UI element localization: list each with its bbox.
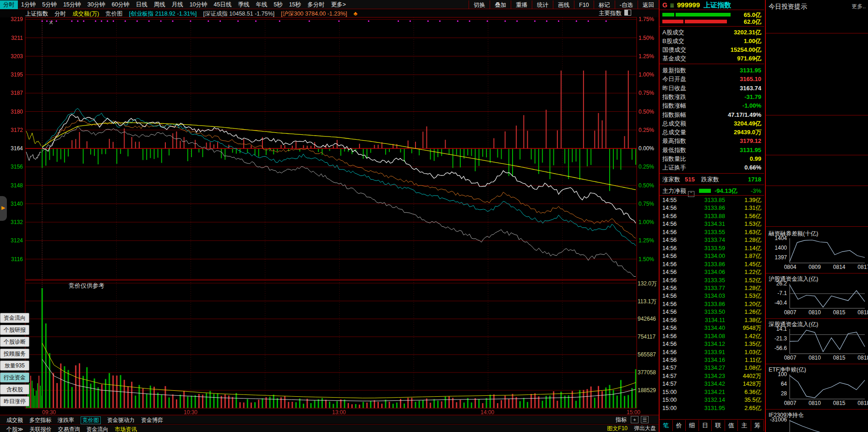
indicator-label[interactable]: 指标 xyxy=(616,416,627,424)
mini-chart-line xyxy=(790,285,865,307)
bottom2-tab-0[interactable]: 个股≫ xyxy=(6,426,23,432)
bottom2-tab-2[interactable]: 交易查询 xyxy=(58,426,80,432)
downtick-bar xyxy=(635,149,636,165)
flow-bar xyxy=(699,189,711,193)
downtick-bar xyxy=(490,149,491,163)
bottom2-right-0[interactable]: 图文F10 xyxy=(607,425,628,432)
bottom-icon-menu[interactable]: ☰ xyxy=(641,416,649,423)
downtick-bar xyxy=(105,149,106,154)
panel-collapse-handle[interactable]: ▶ xyxy=(0,196,7,221)
main-flow-row: 主力净额≡-94.13亿-3% xyxy=(662,186,761,195)
quote-tab-主[interactable]: 主 xyxy=(738,420,751,431)
downtick-bar xyxy=(363,149,364,159)
info-dot xyxy=(534,20,535,22)
tick-price: 3133.88 xyxy=(691,213,725,220)
sidebar-button-0[interactable]: 资金流向 xyxy=(0,313,29,323)
pct-tick: 0.25% xyxy=(639,164,658,170)
mini-chart-4: IF2309净持仓-31006 xyxy=(766,410,868,432)
sidebar-button-1[interactable]: 个股研报 xyxy=(0,325,29,335)
downtick-bar xyxy=(501,149,502,159)
tick-row: 14:563134.409548万 xyxy=(662,324,761,332)
quote-tab-价[interactable]: 价 xyxy=(673,420,686,431)
more-link[interactable]: 更多.. xyxy=(852,2,866,11)
szcomp-line xyxy=(42,127,636,277)
volume-bar xyxy=(411,398,412,408)
mini-xtick: 0815 xyxy=(831,309,847,316)
volume-bar xyxy=(419,401,420,408)
quote-tab-日[interactable]: 日 xyxy=(699,420,712,431)
downtick-bar xyxy=(68,149,69,157)
quote-tab-细[interactable]: 细 xyxy=(686,420,699,431)
auction-volume-bar xyxy=(38,376,39,408)
bottom-tab-4[interactable]: 资金驱动力 xyxy=(107,416,135,424)
quote-tab-筹[interactable]: 筹 xyxy=(751,420,764,431)
quote-tab-笔[interactable]: 笔 xyxy=(660,420,673,431)
buy-volume-bar-seg xyxy=(662,13,674,16)
volume-bar xyxy=(288,402,289,408)
stat-row: 上证换手0.66% xyxy=(662,163,761,172)
tick-time: 14:55 xyxy=(662,197,677,203)
uptick-bar xyxy=(135,142,136,148)
quote-header: G≣999999上证指数 xyxy=(662,0,731,9)
sidebar-button-6[interactable]: 含权股 xyxy=(0,384,29,394)
volume-bar xyxy=(348,403,349,408)
volume-bar xyxy=(56,383,58,408)
bottom-tabbar-2: 个股≫关联报价交易查询资金流向市场资讯图文F10弹出大盘 xyxy=(0,424,659,432)
bottom2-right-1[interactable]: 弹出大盘 xyxy=(634,425,656,432)
quote-tab-联[interactable]: 联 xyxy=(712,420,725,431)
bottom-tab-0[interactable]: 成交额 xyxy=(6,416,23,424)
stat-label: 基金成交 xyxy=(662,55,686,62)
tick-price: 3133.55 xyxy=(691,229,725,236)
bottom2-tab-3[interactable]: 资金流向 xyxy=(87,426,109,432)
divider xyxy=(660,64,764,64)
stat-label: 今日开盘 xyxy=(662,76,686,82)
stat-row: 指数涨跌-31.79 xyxy=(662,93,761,101)
tick-time: 14:56 xyxy=(662,301,677,307)
tick-row: 14:563133.861.31亿 xyxy=(662,204,761,212)
price-tick: 3156 xyxy=(1,164,23,170)
tick-row: 14:563133.861.20亿 xyxy=(662,301,761,308)
uptick-bar xyxy=(311,146,311,148)
stock-name[interactable]: 上证指数 xyxy=(704,1,731,9)
bottom-tab-5[interactable]: 资金博弈 xyxy=(141,416,163,424)
mini-xtick: 0810 xyxy=(807,309,823,316)
pct-tick: 1.75% xyxy=(639,16,658,22)
volume-bar xyxy=(560,392,562,408)
bottom-tab-1[interactable]: 多空指标 xyxy=(29,416,51,424)
quote-tab-值[interactable]: 值 xyxy=(725,420,738,431)
volume-bar xyxy=(433,399,435,408)
sidebar-button-2[interactable]: 个股诊断 xyxy=(0,337,29,347)
tick-price: 3134.03 xyxy=(691,292,725,300)
volume-bar xyxy=(266,397,267,408)
auction-volume-bar xyxy=(34,396,35,408)
mini-xtick: 0804 xyxy=(782,264,798,270)
bottom-icon-plus[interactable]: + xyxy=(631,416,639,423)
tick-row: 14:563133.861.45亿 xyxy=(662,261,761,268)
sidebar-button-5[interactable]: 行业资金 xyxy=(0,372,29,383)
tick-row: 14:563133.591.14亿 xyxy=(662,245,761,252)
downtick-bar xyxy=(98,149,98,164)
downtick-bar xyxy=(366,149,367,158)
stat-row: 基金成交971.69亿 xyxy=(662,54,761,63)
pct-tick: 0.75% xyxy=(639,90,658,96)
close-icon[interactable]: ✕ xyxy=(49,19,54,26)
downtick-bar xyxy=(456,149,457,155)
volume-bar xyxy=(235,393,237,408)
sidebar-button-3[interactable]: 投顾服务 xyxy=(0,349,29,359)
sidebar-button-7[interactable]: 昨日涨停 xyxy=(0,396,29,406)
info-dot xyxy=(77,20,78,22)
volume-bar xyxy=(624,396,625,408)
bottom-tab-3[interactable]: 竞价图 xyxy=(81,416,101,424)
list-icon[interactable]: ≣ xyxy=(670,2,674,9)
price-tick: 3124 xyxy=(1,237,23,244)
tick-price: 3133.86 xyxy=(691,204,725,212)
tick-time: 14:56 xyxy=(662,205,677,211)
bottom2-tab-1[interactable]: 关联报价 xyxy=(30,426,52,432)
downtick-bar xyxy=(83,149,84,164)
downtick-bar xyxy=(90,149,91,154)
bottom-tab-2[interactable]: 涨跌率 xyxy=(58,416,74,424)
sidebar-button-4[interactable]: 放量935 xyxy=(0,361,29,371)
bottom2-tab-4[interactable]: 市场资讯 xyxy=(115,426,137,432)
tick-amount: 1.31亿 xyxy=(744,204,761,212)
volume-bar xyxy=(396,403,398,408)
